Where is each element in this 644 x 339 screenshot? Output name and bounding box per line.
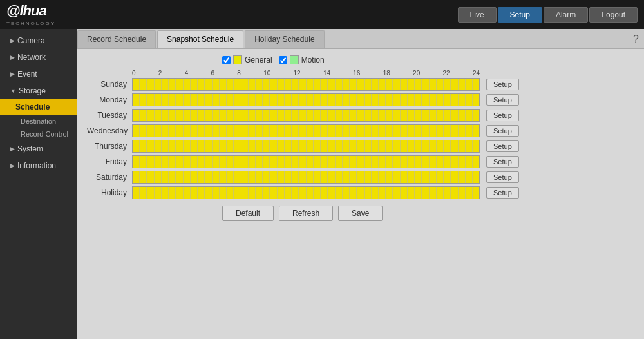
time-label: 0 — [132, 70, 136, 77]
time-cell — [133, 156, 140, 168]
schedule-rows: SundaySetupMondaySetupTuesdaySetupWednes… — [87, 78, 634, 199]
time-cell — [357, 156, 364, 168]
time-cell — [473, 94, 479, 106]
motion-legend: Motion — [279, 55, 325, 64]
time-cell — [147, 171, 154, 183]
time-cell — [285, 110, 292, 121]
sidebar-item-network[interactable]: ▶ Network — [0, 49, 77, 66]
time-cell — [285, 94, 292, 106]
setup-button[interactable]: Setup — [486, 187, 519, 199]
time-cell — [133, 171, 140, 183]
help-icon[interactable]: ? — [633, 34, 639, 45]
content-area: Record Schedule Snapshot Schedule Holida… — [77, 29, 644, 339]
setup-button[interactable]: Setup — [486, 79, 519, 90]
time-bar[interactable] — [132, 78, 480, 91]
time-cell — [372, 140, 379, 152]
time-cell — [299, 187, 306, 199]
sidebar-item-information[interactable]: ▶ Information — [0, 157, 77, 174]
day-label: Saturday — [87, 173, 132, 182]
setup-button[interactable]: Setup — [486, 140, 519, 152]
sidebar-item-record-control[interactable]: Record Control — [0, 128, 77, 140]
sidebar-item-system[interactable]: ▶ System — [0, 140, 77, 157]
time-cell — [343, 79, 350, 90]
sidebar-item-schedule[interactable]: Schedule — [0, 99, 77, 115]
logout-button[interactable]: Logout — [589, 7, 638, 23]
time-cell — [401, 156, 408, 168]
general-checkbox[interactable] — [222, 56, 231, 64]
time-bar[interactable] — [132, 155, 480, 168]
time-bar[interactable] — [132, 186, 480, 199]
time-cell — [343, 187, 350, 199]
time-bar[interactable] — [132, 109, 480, 122]
tab-holiday-schedule[interactable]: Holiday Schedule — [245, 30, 324, 48]
save-button[interactable]: Save — [338, 206, 383, 221]
time-cell — [234, 94, 241, 106]
time-cell — [285, 79, 292, 90]
time-label: 12 — [294, 70, 301, 77]
time-cell — [379, 140, 386, 152]
time-label: 8 — [237, 70, 241, 77]
sidebar-item-storage[interactable]: ▼ Storage — [0, 82, 77, 99]
time-cell — [234, 156, 241, 168]
setup-button[interactable]: Setup — [498, 7, 542, 23]
time-bar[interactable] — [132, 171, 480, 184]
time-cell — [451, 140, 458, 152]
sidebar-item-destination[interactable]: Destination — [0, 115, 77, 128]
time-cell — [321, 140, 328, 152]
time-bar[interactable] — [132, 93, 480, 106]
top-nav: Live Setup Alarm Logout — [458, 7, 638, 23]
time-bar[interactable] — [132, 124, 480, 137]
live-button[interactable]: Live — [458, 7, 497, 23]
table-row: ThursdaySetup — [87, 140, 634, 153]
time-cell — [321, 110, 328, 121]
time-label: 20 — [413, 70, 420, 77]
bottom-buttons: Default Refresh Save — [222, 206, 634, 221]
sidebar: ▶ Camera ▶ Network ▶ Event ▼ Storage Sch… — [0, 29, 77, 339]
time-cell — [234, 140, 241, 152]
time-cell — [198, 140, 205, 152]
time-cell — [220, 79, 227, 90]
time-cell — [314, 156, 321, 168]
refresh-button[interactable]: Refresh — [279, 206, 333, 221]
time-cell — [249, 187, 256, 199]
table-row: FridaySetup — [87, 155, 634, 168]
time-cell — [473, 156, 479, 168]
time-cell — [270, 156, 277, 168]
time-cell — [473, 125, 479, 137]
time-cell — [270, 140, 277, 152]
setup-button[interactable]: Setup — [486, 94, 519, 106]
time-cell — [263, 94, 270, 106]
time-cell — [401, 110, 408, 121]
time-cell — [234, 125, 241, 137]
time-bar[interactable] — [132, 140, 480, 153]
time-cell — [336, 187, 343, 199]
time-cell — [227, 156, 234, 168]
time-cell — [140, 110, 147, 121]
time-cell — [270, 110, 277, 121]
alarm-button[interactable]: Alarm — [544, 7, 588, 23]
time-cell — [270, 79, 277, 90]
time-cell — [249, 125, 256, 137]
time-cell — [459, 140, 466, 152]
time-cell — [256, 156, 263, 168]
time-cell — [263, 140, 270, 152]
motion-checkbox[interactable] — [279, 56, 287, 64]
setup-button[interactable]: Setup — [486, 110, 519, 121]
sidebar-item-event[interactable]: ▶ Event — [0, 66, 77, 82]
time-cell — [176, 110, 183, 121]
time-cell — [205, 79, 212, 90]
default-button[interactable]: Default — [222, 206, 274, 221]
tab-snapshot-schedule[interactable]: Snapshot Schedule — [157, 30, 243, 48]
time-cell — [328, 171, 335, 183]
time-cell — [365, 125, 372, 137]
tab-record-schedule[interactable]: Record Schedule — [77, 30, 156, 48]
time-cell — [213, 156, 220, 168]
time-cell — [169, 171, 176, 183]
setup-button[interactable]: Setup — [486, 125, 519, 137]
setup-button[interactable]: Setup — [486, 156, 519, 168]
sidebar-item-camera[interactable]: ▶ Camera — [0, 32, 77, 49]
time-cell — [220, 110, 227, 121]
setup-button[interactable]: Setup — [486, 171, 519, 183]
time-cell — [256, 110, 263, 121]
time-cell — [314, 125, 321, 137]
